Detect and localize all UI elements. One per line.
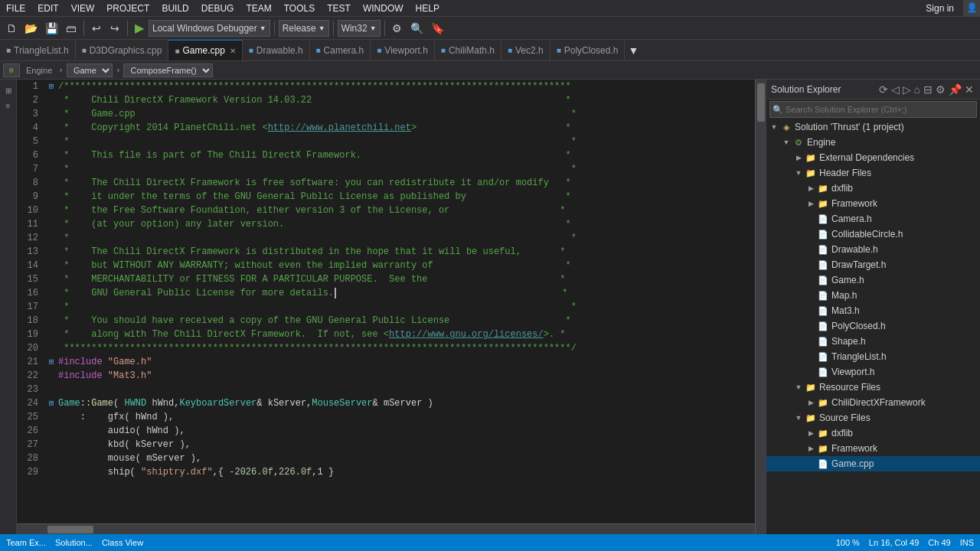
h-scrollbar-thumb[interactable] [47,526,93,533]
zoom-level[interactable]: 100 % [836,538,860,547]
start-debug-btn[interactable]: ▶ [132,21,147,35]
tree-map-h[interactable]: 📄 Map.h [766,288,980,303]
save-all-btn[interactable]: 🗃 [63,20,80,37]
menu-build[interactable]: BUILD [155,2,194,15]
tree-label: Camera.h [831,214,872,224]
tab-vec2[interactable]: ■ Vec2.h [501,40,550,60]
left-tool-2[interactable]: ≡ [2,99,15,112]
tree-polyclosed-h[interactable]: 📄 PolyClosed.h [766,318,980,334]
tree-game-h[interactable]: 📄 Game.h [766,272,980,288]
tree-label: Map.h [831,290,857,301]
tree-viewport-h[interactable]: 📄 Viewport.h [766,364,980,380]
tree-header-files[interactable]: 📁 Header Files [766,165,980,181]
table-row: 27 kbd( kServer ), [17,438,755,452]
tree-external-deps[interactable]: 📁 External Dependencies [766,150,980,165]
v-scrollbar[interactable] [755,80,766,534]
tab-drawable[interactable]: ■ Drawable.h [243,40,310,60]
tree-camera-h[interactable]: 📄 Camera.h [766,211,980,227]
se-refresh-btn[interactable]: ⟳ [877,83,890,96]
left-tool-1[interactable]: ⊞ [2,83,15,97]
se-tree: ◈ Solution 'Thrust' (1 project) ⚙ Engine… [766,119,980,534]
team-explorer-tab[interactable]: Team Ex... [6,538,46,547]
open-file-btn[interactable]: 📂 [21,20,41,37]
class-view-tab[interactable]: Class View [102,538,143,547]
tree-trianglelist-h[interactable]: 📄 TriangleList.h [766,349,980,364]
h-scrollbar[interactable] [17,523,755,534]
tree-drawtarget-h[interactable]: 📄 DrawTarget.h [766,257,980,272]
tree-chilidx-res[interactable]: 📁 ChiliDirectXFramework [766,395,980,410]
tree-label: Source Files [819,412,871,423]
tab-game-cpp[interactable]: ■ Game.cpp ✕ [168,40,242,60]
se-home-btn[interactable]: ⌂ [913,83,922,96]
solution-explorer-btn[interactable]: ⚙ [389,20,406,37]
table-row: 9 * it under the terms of the GNU Genera… [17,190,755,204]
save-btn[interactable]: 💾 [42,20,61,37]
nav-class-dropdown[interactable]: Game [67,64,113,77]
tree-source-files[interactable]: 📁 Source Files [766,410,980,425]
undo-btn[interactable]: ↩ [88,20,105,37]
solution-explorer-tab[interactable]: Solution... [55,538,93,547]
tree-engine[interactable]: ⚙ Engine [766,135,980,150]
tab-viewport[interactable]: ■ Viewport.h [371,40,435,60]
table-row: 6 * This file is part of The Chili Direc… [17,148,755,162]
new-file-btn[interactable]: 🗋 [3,20,20,37]
tab-trianglelist[interactable]: ■ TriangleList.h [0,40,76,60]
tree-framework-h[interactable]: 📁 Framework [766,196,980,211]
se-back-btn[interactable]: ◁ [890,83,901,96]
tree-resource-files[interactable]: 📁 Resource Files [766,380,980,395]
menu-file[interactable]: FILE [0,2,31,15]
solution-explorer-search[interactable] [769,101,977,118]
find-btn[interactable]: 🔍 [407,20,426,37]
tree-dxflib-src[interactable]: 📁 dxflib [766,425,980,441]
se-settings-btn[interactable]: ⚙ [934,83,947,96]
tab-close-icon[interactable]: ✕ [230,47,236,55]
tree-collidable-h[interactable]: 📄 CollidableCircle.h [766,227,980,242]
tree-mat3-h[interactable]: 📄 Mat3.h [766,303,980,318]
se-forward-btn[interactable]: ▷ [901,83,913,96]
nav-engine[interactable]: Engine [23,66,55,75]
code-editor[interactable]: 1 ⊞ /***********************************… [17,80,755,523]
table-row: 10 * the Free Software Foundation, eithe… [17,204,755,217]
menu-window[interactable]: WINDOW [357,2,410,15]
tab-camera[interactable]: ■ Camera.h [310,40,371,60]
expand-icon [805,184,817,192]
tree-shape-h[interactable]: 📄 Shape.h [766,334,980,349]
menu-team[interactable]: TEAM [240,2,277,15]
tree-game-cpp[interactable]: 📄 Game.cpp [766,456,980,471]
tab-d3dgraphics[interactable]: ■ D3DGraphics.cpp [76,40,169,60]
v-scrollbar-thumb[interactable] [757,83,765,122]
tree-label: Game.h [831,275,864,285]
tab-polyclosed[interactable]: ■ PolyClosed.h [550,40,626,60]
account-icon[interactable]: 👤 [963,0,980,17]
se-pin-btn[interactable]: 📌 [947,83,963,96]
cursor-position: Ln 16, Col 49 [869,538,919,547]
se-close-btn[interactable]: ✕ [963,83,975,96]
tree-solution[interactable]: ◈ Solution 'Thrust' (1 project) [766,119,980,135]
engine-icon[interactable]: ⚙ [3,64,20,77]
sign-in-button[interactable]: Sign in [920,2,960,15]
menu-test[interactable]: TEST [321,2,357,15]
menu-debug[interactable]: DEBUG [195,2,240,15]
menu-edit[interactable]: EDIT [31,2,64,15]
se-collapse-btn[interactable]: ⊟ [922,83,934,96]
tabs-overflow-btn[interactable]: ▼ [625,40,642,60]
expand-icon [792,383,805,391]
tree-dxflib-h[interactable]: 📁 dxflib [766,181,980,196]
platform-dropdown[interactable]: Win32 ▼ [338,20,381,37]
h-file-icon: 📄 [817,243,829,256]
config-dropdown[interactable]: Release ▼ [279,20,329,37]
menu-help[interactable]: HELP [410,2,446,15]
menu-project[interactable]: PROJECT [100,2,155,15]
nav-method-dropdown[interactable]: ComposeFrame() [123,64,213,77]
menu-tools[interactable]: TOOLS [278,2,321,15]
tree-framework-src[interactable]: 📁 Framework [766,441,980,456]
bookmark-btn[interactable]: 🔖 [428,20,447,37]
folder-icon: 📁 [817,182,829,194]
menu-view[interactable]: VIEW [65,2,101,15]
insert-mode[interactable]: INS [960,538,974,547]
tree-drawable-h[interactable]: 📄 Drawable.h [766,242,980,257]
expand-icon [805,399,817,406]
tab-chilimath[interactable]: ■ ChiliMath.h [435,40,501,60]
debugger-dropdown[interactable]: Local Windows Debugger ▼ [149,20,270,37]
redo-btn[interactable]: ↪ [106,20,123,37]
